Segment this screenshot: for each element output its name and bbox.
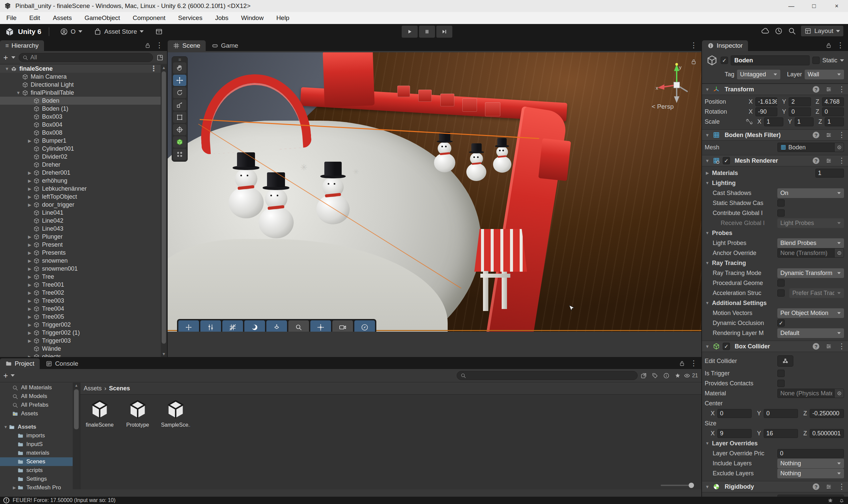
- lock-icon[interactable]: [679, 360, 685, 367]
- help-icon[interactable]: ?: [813, 343, 819, 350]
- component-header-mesh-filter[interactable]: ▼Boden (Mesh Filter)?⋮: [702, 129, 848, 141]
- hierarchy-item-snowmen001[interactable]: ▶snowmen001: [0, 265, 161, 273]
- hierarchy-item-trigger002[interactable]: ▶Trigger002: [0, 321, 161, 329]
- cloud-icon[interactable]: [761, 27, 770, 35]
- value-field[interactable]: 1: [815, 169, 844, 178]
- value-field[interactable]: 0.5000001: [810, 429, 844, 438]
- play-button[interactable]: [402, 26, 418, 38]
- foldout-arrow-icon[interactable]: ▶: [26, 258, 33, 263]
- object-field[interactable]: None (Transform): [777, 248, 844, 258]
- custom-tool-button[interactable]: [173, 149, 186, 160]
- chevron-down-icon[interactable]: [11, 374, 15, 377]
- hierarchy-item-dreher[interactable]: Dreher: [0, 161, 161, 169]
- account-dropdown[interactable]: O: [57, 26, 86, 38]
- tab-game[interactable]: Game: [206, 40, 243, 51]
- kebab-menu-icon[interactable]: ⋮: [838, 343, 845, 350]
- tag-icon[interactable]: [652, 372, 658, 379]
- hierarchy-item-trigger002-1-[interactable]: ▶Trigger002 (1): [0, 329, 161, 337]
- menu-edit[interactable]: Edit: [23, 12, 47, 24]
- favorite-all-prefabs[interactable]: All Prefabs: [0, 401, 73, 409]
- foldout-arrow-icon[interactable]: ▶: [26, 322, 33, 327]
- dropdown[interactable]: On: [777, 188, 844, 198]
- value-field[interactable]: 16: [764, 429, 798, 438]
- kebab-menu-icon[interactable]: ⋮: [838, 86, 845, 93]
- value-field[interactable]: 9: [717, 429, 752, 438]
- component-header-rigidbody[interactable]: ▼Rigidbody?⋮: [702, 481, 848, 492]
- lock-icon[interactable]: [144, 42, 151, 49]
- kebab-menu-icon[interactable]: ⋮: [838, 131, 845, 139]
- hierarchy-item-tree001[interactable]: ▶Tree001: [0, 281, 161, 289]
- hierarchy-item-present[interactable]: ▶Present: [0, 241, 161, 249]
- cross-move-overlay-button[interactable]: [178, 320, 199, 332]
- help-icon[interactable]: ?: [813, 86, 819, 93]
- history-icon[interactable]: [774, 27, 783, 35]
- foldout-arrow-icon[interactable]: ▼: [3, 425, 9, 429]
- scale-tool-button[interactable]: [173, 99, 186, 111]
- tag-dropdown[interactable]: Untagged: [737, 70, 780, 79]
- rect-tool-button[interactable]: [173, 112, 186, 123]
- chevron-down-icon[interactable]: [11, 56, 15, 59]
- foldout-arrow-icon[interactable]: ▶: [11, 485, 17, 489]
- rotate-tool-button[interactable]: [173, 87, 186, 98]
- layout-dropdown[interactable]: Layout: [801, 26, 843, 36]
- hierarchy-item-lefttopobject[interactable]: ▶leftTopObject: [0, 193, 161, 201]
- dropdown[interactable]: Blend Probes: [777, 238, 844, 248]
- kebab-menu-icon[interactable]: ⋮: [156, 42, 163, 49]
- folder-scripts[interactable]: scripts: [0, 466, 73, 475]
- add-object-button[interactable]: +: [3, 53, 8, 62]
- folder-inputs[interactable]: InputS: [0, 440, 73, 449]
- checkbox[interactable]: [777, 380, 785, 387]
- hierarchy-item-tree005[interactable]: ▶Tree005: [0, 313, 161, 321]
- hierarchy-item-presents[interactable]: ▶Presents: [0, 249, 161, 257]
- menu-assets[interactable]: Assets: [46, 12, 78, 24]
- perspective-label[interactable]: < Persp: [652, 103, 674, 110]
- folder-textmesh-pro[interactable]: ▶TextMesh Pro: [0, 483, 73, 489]
- external-icon[interactable]: [640, 372, 647, 379]
- hierarchy-item-finalpinballtable[interactable]: ▼finalPinballTable: [0, 89, 161, 97]
- dropdown[interactable]: Dynamic Transform: [777, 268, 844, 278]
- breadcrumb-item[interactable]: Scenes: [109, 385, 130, 392]
- static-checkbox[interactable]: [812, 57, 820, 64]
- gameobject-cube-icon[interactable]: [706, 54, 718, 66]
- dropdown[interactable]: Default: [777, 328, 844, 338]
- checkbox[interactable]: [777, 289, 785, 297]
- value-field[interactable]: 1: [795, 117, 814, 126]
- center-cross-overlay-button[interactable]: [310, 320, 331, 332]
- foldout-arrow-icon[interactable]: ▶: [26, 298, 33, 303]
- favorite-all-models[interactable]: All Models: [0, 392, 73, 401]
- foldout-arrow-icon[interactable]: ▶: [26, 306, 33, 311]
- folder-assets[interactable]: ▼Assets: [0, 423, 73, 431]
- checkbox[interactable]: [777, 209, 785, 217]
- pause-button[interactable]: [419, 26, 435, 38]
- value-field[interactable]: 0: [764, 409, 798, 418]
- hand-tool-button[interactable]: [173, 62, 186, 74]
- hierarchy-item-line042[interactable]: Line042: [0, 217, 161, 225]
- component-header-mesh-renderer[interactable]: ▼✓Mesh Renderer?⋮: [702, 155, 848, 166]
- folder-scenes[interactable]: Scenes: [0, 457, 73, 466]
- asset-item-finalescene[interactable]: finaleScene: [85, 399, 114, 428]
- package-manager-button[interactable]: [152, 26, 166, 38]
- moon-sphere-overlay-button[interactable]: [244, 320, 265, 332]
- hierarchy-item-box004[interactable]: Box004: [0, 121, 161, 129]
- object-picker-icon[interactable]: [834, 249, 844, 257]
- scroll-up-icon[interactable]: ▲: [161, 65, 167, 71]
- kebab-menu-icon[interactable]: ⋮: [837, 42, 844, 49]
- favorite-all-materials[interactable]: All Materials: [0, 383, 73, 392]
- help-icon[interactable]: ?: [813, 483, 819, 490]
- foldout-arrow-icon[interactable]: ▶: [26, 202, 33, 207]
- asset-item-prototype[interactable]: Prototype: [123, 399, 152, 428]
- hierarchy-search-input[interactable]: All: [19, 53, 153, 62]
- dropdown[interactable]: Nothing: [777, 469, 844, 478]
- hierarchy-item-snowmen[interactable]: ▶snowmen: [0, 257, 161, 265]
- search-icon[interactable]: [788, 27, 796, 35]
- object-picker-icon[interactable]: [834, 143, 844, 152]
- hierarchy-item-plunger[interactable]: ▶Plunger: [0, 233, 161, 241]
- value-field[interactable]: 4.768: [822, 97, 844, 106]
- dropdown[interactable]: Per Object Motion: [777, 308, 844, 318]
- checkbox[interactable]: ✓: [723, 157, 730, 164]
- dropdown[interactable]: Light Probes: [777, 218, 844, 228]
- foldout-arrow-icon[interactable]: ▶: [26, 338, 33, 343]
- lock-icon[interactable]: [825, 42, 832, 49]
- menu-services[interactable]: Services: [172, 12, 209, 24]
- compass-overlay-button[interactable]: [354, 320, 375, 332]
